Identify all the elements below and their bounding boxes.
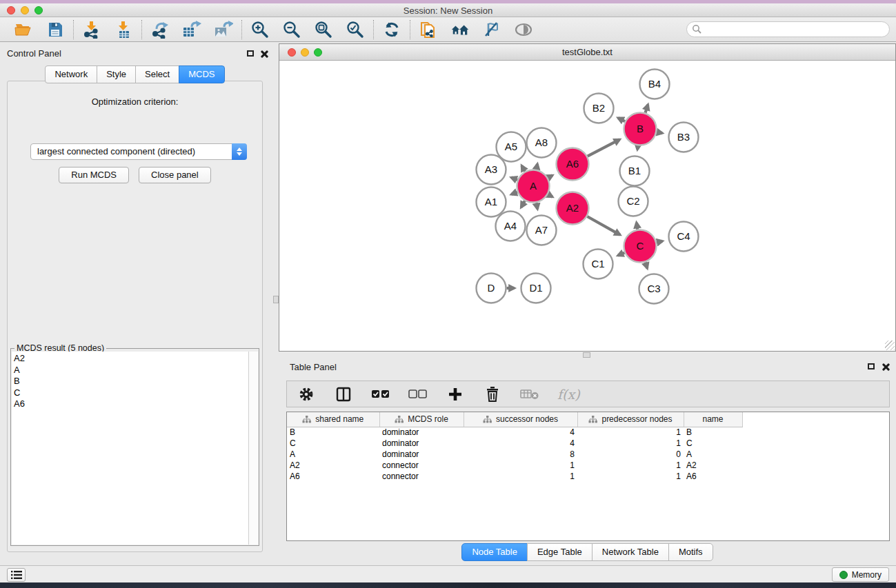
graph-edge-A-A1[interactable]: [511, 192, 517, 194]
float-panel-icon[interactable]: [247, 50, 254, 57]
graph-node-C4[interactable]: C4: [669, 222, 699, 252]
eye-icon[interactable]: [514, 20, 533, 39]
graph-node-C[interactable]: C: [624, 230, 657, 263]
tab-mcds[interactable]: MCDS: [179, 65, 224, 83]
save-icon[interactable]: [46, 20, 65, 39]
table-row[interactable]: A2connector11A2: [287, 460, 742, 471]
float-table-panel-icon[interactable]: [868, 363, 875, 369]
graph-edge-A-A8[interactable]: [537, 164, 538, 170]
graph-edge-A-A5[interactable]: [521, 165, 525, 171]
graph-node-A[interactable]: A: [517, 170, 550, 203]
search-input[interactable]: [686, 21, 890, 37]
graph-edge-A-A2[interactable]: [548, 194, 552, 197]
tab-style[interactable]: Style: [97, 65, 136, 83]
horizontal-splitter-handle[interactable]: [583, 352, 590, 358]
network-window-titlebar[interactable]: testGlobe.txt: [279, 44, 895, 61]
graph-edge-B-B3[interactable]: [657, 132, 662, 134]
table-header-row[interactable]: shared name MCDS role successor nodes pr…: [287, 412, 742, 427]
graph-node-D[interactable]: D: [477, 274, 506, 303]
graph-node-C2[interactable]: C2: [619, 187, 648, 216]
task-history-button[interactable]: [7, 568, 26, 582]
graph-node-A4[interactable]: A4: [496, 212, 526, 241]
graph-edge-C-C2[interactable]: [637, 223, 637, 230]
graph-node-C3[interactable]: C3: [639, 274, 669, 304]
select-all-icon[interactable]: [371, 385, 390, 404]
refresh-layout-icon[interactable]: [382, 20, 401, 39]
zoom-out-icon[interactable]: [282, 20, 301, 39]
optimization-criterion-select[interactable]: largest connected component (directed): [30, 143, 247, 160]
tab-node-table[interactable]: Node Table: [461, 543, 528, 561]
graph-node-C1[interactable]: C1: [584, 250, 613, 279]
export-network-icon[interactable]: [150, 20, 170, 39]
zoom-fit-icon[interactable]: [314, 20, 333, 39]
graph-node-B4[interactable]: B4: [640, 70, 670, 99]
graph-node-A7[interactable]: A7: [527, 216, 557, 245]
import-table-icon[interactable]: [114, 20, 133, 39]
column-header-mcds-role[interactable]: MCDS role: [379, 412, 464, 427]
graph-node-B2[interactable]: B2: [584, 94, 614, 123]
table-row[interactable]: Adominator80A: [287, 449, 742, 460]
column-header-shared-name[interactable]: shared name: [287, 412, 379, 427]
delete-icon[interactable]: [483, 385, 502, 404]
graph-edge-A-A6[interactable]: [548, 175, 552, 178]
graph-edge-B-B4[interactable]: [646, 105, 648, 113]
tab-edge-table[interactable]: Edge Table: [527, 543, 593, 561]
split-columns-icon[interactable]: [334, 385, 353, 404]
zoom-selected-icon[interactable]: [346, 20, 365, 39]
tab-select[interactable]: Select: [135, 65, 179, 83]
mcds-result-item[interactable]: A: [14, 365, 248, 376]
run-mcds-button[interactable]: Run MCDS: [59, 167, 129, 183]
add-column-icon[interactable]: [446, 385, 465, 404]
resize-grip-icon[interactable]: [885, 341, 895, 350]
graph-node-A2[interactable]: A2: [557, 192, 589, 225]
graph-node-A6[interactable]: A6: [557, 148, 589, 181]
mcds-result-item[interactable]: C: [14, 387, 248, 399]
graph-edge-B-B1[interactable]: [637, 145, 638, 149]
export-table-icon[interactable]: [182, 20, 201, 39]
graph-node-A8[interactable]: A8: [527, 128, 557, 158]
vertical-splitter-handle[interactable]: [273, 296, 279, 303]
table-row[interactable]: Cdominator41C: [287, 438, 742, 449]
graph-edge-B-B2[interactable]: [618, 118, 625, 121]
open-folder-icon[interactable]: [14, 20, 33, 39]
node-table[interactable]: shared name MCDS role successor nodes pr…: [286, 412, 890, 541]
graph-node-A1[interactable]: A1: [477, 187, 506, 217]
tab-network[interactable]: Network: [45, 65, 97, 83]
zoom-in-icon[interactable]: [250, 20, 270, 39]
close-panel-icon[interactable]: [260, 50, 268, 58]
mcds-result-item[interactable]: A2: [14, 353, 248, 365]
dropdown-stepper-icon[interactable]: [232, 143, 247, 160]
export-image-icon[interactable]: [214, 20, 233, 39]
mcds-result-item[interactable]: A6: [14, 398, 248, 410]
graph-edge-A2-C[interactable]: [587, 216, 619, 235]
deselect-all-icon[interactable]: [408, 385, 428, 404]
column-header-successor-nodes[interactable]: successor nodes: [464, 412, 577, 427]
close-panel-button[interactable]: Close panel: [139, 167, 211, 183]
home-icon[interactable]: [450, 20, 470, 39]
table-row[interactable]: A6connector11A6: [287, 471, 742, 482]
import-network-icon[interactable]: [82, 20, 101, 39]
graph-node-B[interactable]: B: [624, 113, 657, 145]
column-header-predecessor-nodes[interactable]: predecessor nodes: [577, 412, 684, 427]
mcds-result-item[interactable]: B: [14, 376, 248, 387]
graph-edge-A-A7[interactable]: [537, 203, 538, 209]
graph-node-D1[interactable]: D1: [521, 274, 551, 303]
hide-flag-icon[interactable]: [482, 20, 501, 39]
table-row[interactable]: Bdominator41B: [287, 427, 742, 438]
graph-edge-A-A4[interactable]: [521, 201, 525, 207]
result-scrollbar[interactable]: [249, 352, 258, 545]
tab-motifs[interactable]: Motifs: [668, 543, 713, 561]
graph-edge-C-C3[interactable]: [646, 262, 648, 268]
close-table-panel-icon[interactable]: [882, 363, 889, 371]
graph-edge-C-C4[interactable]: [657, 241, 662, 243]
graph-node-A5[interactable]: A5: [497, 132, 526, 162]
graph-edge-A6-B[interactable]: [588, 139, 620, 156]
network-document-icon[interactable]: [419, 20, 438, 39]
delete-table-icon[interactable]: [520, 385, 539, 404]
graph-node-B3[interactable]: B3: [669, 123, 699, 152]
graph-node-B1[interactable]: B1: [620, 156, 650, 186]
network-canvas[interactable]: B4B2BB3A8A5A6A3B1AA1C2A2A4A7C4CC1DD1C3: [279, 61, 895, 351]
graph-edge-C-C1[interactable]: [618, 253, 624, 256]
graph-edge-A-A3[interactable]: [511, 178, 517, 180]
memory-button[interactable]: Memory: [832, 567, 889, 582]
